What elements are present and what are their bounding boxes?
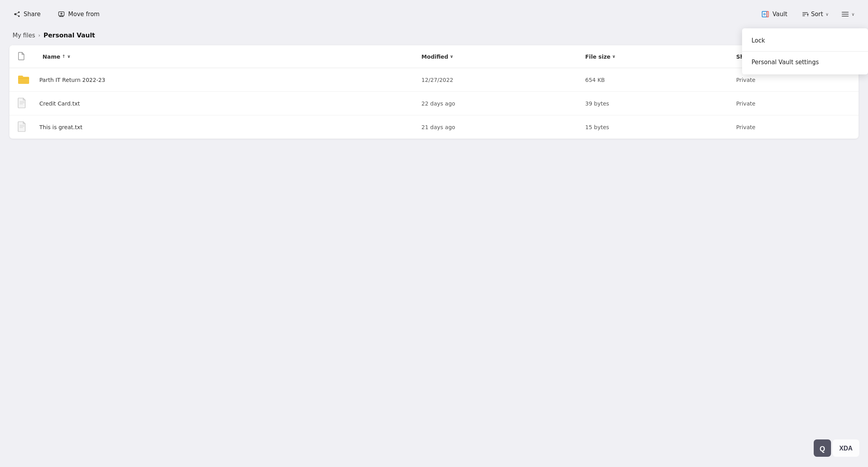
row-name: Credit Card.txt: [35, 92, 417, 115]
toolbar-right: Vault Sort ∨ ∨: [756, 8, 859, 20]
row-icon-cell: [9, 68, 35, 92]
svg-text:XDA: XDA: [839, 445, 853, 452]
table-row[interactable]: This is great.txt21 days ago15 bytesPriv…: [9, 115, 859, 139]
share-label: Share: [24, 11, 41, 18]
row-modified: 12/27/2022: [417, 68, 580, 92]
move-from-button[interactable]: Move from: [54, 8, 103, 20]
row-filesize: 654 KB: [580, 68, 731, 92]
row-sharing: Private: [731, 92, 859, 115]
sort-icon: [802, 11, 809, 18]
row-name: This is great.txt: [35, 115, 417, 139]
sort-button[interactable]: Sort ∨: [796, 8, 834, 20]
share-button[interactable]: Share: [9, 8, 44, 20]
name-sort-chevron: ∨: [67, 54, 70, 59]
menu-icon: [841, 11, 849, 18]
row-name: Parth IT Return 2022-23: [35, 68, 417, 92]
col-modified-label: Modified: [421, 54, 448, 60]
vault-label: Vault: [772, 11, 787, 18]
breadcrumb-parent[interactable]: My files: [13, 32, 35, 39]
toolbar-left: Share Move from: [9, 8, 103, 20]
sort-chevron: ∨: [826, 12, 829, 17]
col-filesize-header[interactable]: File size ∨: [580, 45, 731, 68]
col-modified-header[interactable]: Modified ∨: [417, 45, 580, 68]
dropdown-menu: LockPersonal Vault settings: [742, 28, 868, 74]
breadcrumb-separator: ›: [38, 32, 40, 38]
move-from-label: Move from: [68, 11, 100, 18]
row-icon-cell: [9, 92, 35, 115]
row-sharing: Private: [731, 115, 859, 139]
vault-icon: [761, 10, 769, 18]
doc-icon: [17, 97, 27, 108]
file-icon-header: [17, 52, 25, 60]
col-filesize-label: File size: [585, 54, 610, 60]
file-table: Name ↑ ∨ Modified ∨ File size ∨: [9, 45, 859, 139]
table-row[interactable]: Credit Card.txt22 days ago39 bytesPrivat…: [9, 92, 859, 115]
menu-chevron: ∨: [851, 12, 855, 17]
svg-point-3: [764, 13, 765, 15]
col-name-label: Name: [42, 54, 60, 60]
svg-rect-1: [762, 11, 767, 17]
col-name-header[interactable]: Name ↑ ∨: [35, 45, 417, 68]
modified-chevron: ∨: [450, 54, 453, 59]
sort-label: Sort: [811, 11, 823, 18]
name-sort-arrow: ↑: [62, 54, 65, 59]
vault-button[interactable]: Vault: [756, 8, 793, 20]
share-icon: [13, 11, 20, 18]
xda-watermark: Q XDA: [813, 439, 860, 459]
table-header-row: Name ↑ ∨ Modified ∨ File size ∨: [9, 45, 859, 68]
col-icon-header: [9, 45, 35, 68]
dropdown-item-1[interactable]: Personal Vault settings: [742, 53, 868, 71]
svg-rect-2: [767, 11, 768, 17]
table-row[interactable]: Parth IT Return 2022-2312/27/2022654 KBP…: [9, 68, 859, 92]
dropdown-divider: [742, 51, 868, 52]
move-icon: [58, 11, 65, 18]
toolbar: Share Move from Vault Sort: [0, 0, 868, 28]
row-filesize: 39 bytes: [580, 92, 731, 115]
breadcrumb-current: Personal Vault: [43, 32, 95, 39]
row-modified: 21 days ago: [417, 115, 580, 139]
row-icon-cell: [9, 115, 35, 139]
dropdown-item-0[interactable]: Lock: [742, 32, 868, 50]
svg-text:Q: Q: [820, 445, 825, 453]
menu-button[interactable]: ∨: [837, 8, 859, 20]
doc-icon: [17, 121, 27, 132]
breadcrumb: My files › Personal Vault: [0, 28, 868, 45]
row-filesize: 15 bytes: [580, 115, 731, 139]
filesize-chevron: ∨: [612, 54, 616, 59]
folder-icon: [17, 74, 30, 85]
file-list-container: Name ↑ ∨ Modified ∨ File size ∨: [9, 45, 859, 139]
row-modified: 22 days ago: [417, 92, 580, 115]
